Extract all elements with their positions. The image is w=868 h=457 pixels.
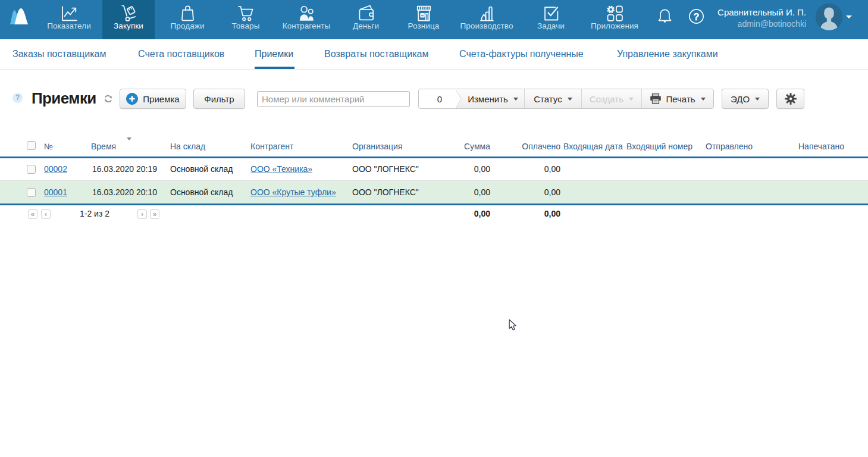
svg-text:?: ?	[694, 12, 700, 22]
